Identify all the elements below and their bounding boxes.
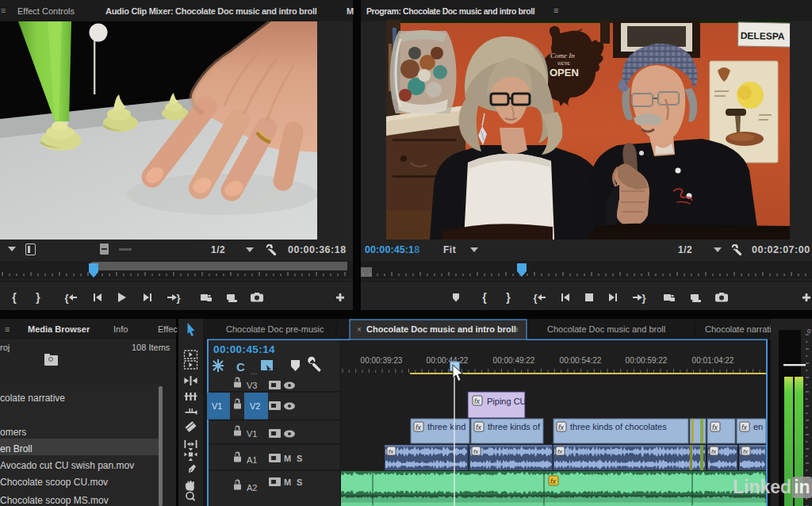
svg-text:C: C [236,360,245,374]
svg-text:0: 0 [807,328,811,335]
svg-text:}: } [506,291,511,304]
svg-text:fx: fx [474,397,481,405]
svg-text:00:00:39:23: 00:00:39:23 [361,356,403,365]
svg-text:fx: fx [743,448,749,455]
svg-text:00:00:59:22: 00:00:59:22 [626,356,668,365]
svg-text:Come In: Come In [550,52,575,59]
svg-text:fx: fx [416,424,422,431]
svg-text:≡: ≡ [514,325,519,334]
svg-text:×: × [357,325,362,334]
svg-text:V1: V1 [212,401,222,411]
svg-text:Chocolate narrativ: Chocolate narrativ [705,324,776,334]
svg-text:M: M [284,477,291,487]
svg-text:V2: V2 [250,401,260,411]
svg-text:00:00:44:22: 00:00:44:22 [427,356,469,365]
svg-text:fx: fx [550,477,557,485]
svg-text:fx: fx [476,424,482,431]
svg-text:A1: A1 [247,455,257,465]
svg-text:A2: A2 [247,483,257,493]
svg-text:fx: fx [741,424,748,431]
svg-text:00:01:04:22: 00:01:04:22 [692,356,734,365]
svg-text:V1: V1 [247,429,257,439]
svg-text:{: { [12,291,17,304]
svg-text:Chocolate Doc pre-music: Chocolate Doc pre-music [226,324,324,334]
svg-text:en: en [753,422,763,431]
svg-text:}: } [642,292,645,304]
svg-text:three kind: three kind [427,422,465,431]
svg-text:three kinds of chocolates: three kinds of chocolates [570,422,667,431]
svg-text:...: ... [251,367,257,376]
svg-text:00:00:45:14: 00:00:45:14 [213,343,275,355]
svg-text:fx: fx [558,424,565,431]
svg-text:}: } [36,291,40,304]
svg-text:Chocolate Doc music and broll: Chocolate Doc music and broll [547,324,665,334]
svg-text:00:00:49:22: 00:00:49:22 [493,356,535,365]
svg-text:S: S [297,454,302,463]
svg-text:WE'RE: WE'RE [557,61,571,66]
svg-text:M: M [284,454,291,463]
svg-text:OPEN: OPEN [550,67,579,79]
svg-text:fx: fx [712,424,718,431]
svg-text:fx: fx [389,448,394,455]
svg-text:three kinds of: three kinds of [488,422,541,431]
svg-text:}: } [176,292,180,304]
svg-text:fx: fx [473,448,479,455]
svg-text:DELESPA: DELESPA [741,30,785,42]
svg-text:{: { [533,292,537,304]
svg-text:S: S [297,477,302,487]
svg-text:V3: V3 [247,381,257,390]
svg-text:fx: fx [557,448,563,455]
svg-text:00:00:54:22: 00:00:54:22 [560,356,602,365]
svg-text:{: { [482,291,487,304]
svg-text:Chocolate Doc music and intro: Chocolate Doc music and intro broll [366,324,516,334]
svg-text:{: { [64,292,68,304]
svg-text:fx: fx [711,448,717,455]
svg-text:Piping CU: Piping CU [487,397,527,406]
